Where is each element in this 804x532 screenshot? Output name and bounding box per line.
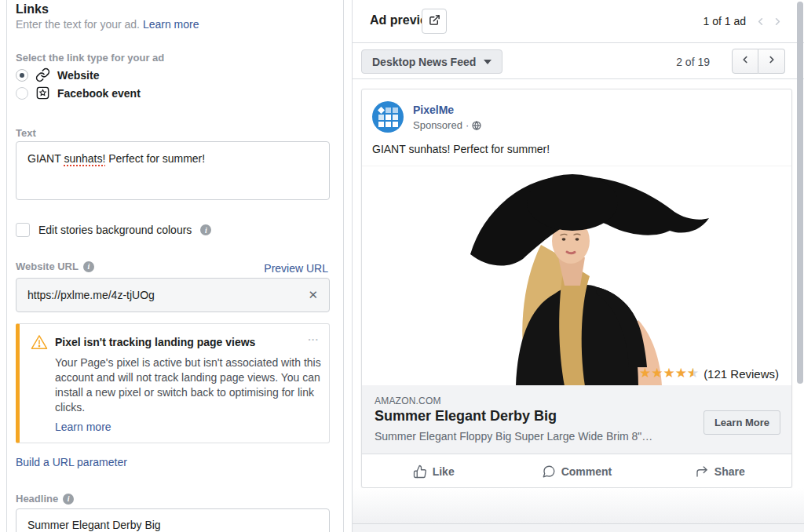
- preview-url-link[interactable]: Preview URL: [264, 262, 328, 275]
- scrollbar[interactable]: [797, 2, 803, 384]
- next-section-edge: [353, 523, 804, 532]
- warning-body: Your Page's pixel is active but isn't as…: [55, 355, 325, 415]
- learn-more-link[interactable]: Learn more: [143, 18, 199, 31]
- ad-preview-panel: Ad preview 1 of 1 ad Desktop News Feed 2…: [352, 0, 804, 532]
- comment-icon: [542, 465, 556, 479]
- page-avatar[interactable]: [372, 101, 404, 133]
- link-icon: [35, 67, 50, 82]
- placement-page-count: 2 of 19: [676, 56, 710, 68]
- page-name-link[interactable]: PixelMe: [413, 104, 454, 116]
- headline-label: Headline: [16, 493, 58, 505]
- chevron-down-icon: [484, 60, 492, 64]
- placement-dropdown[interactable]: Desktop News Feed: [361, 49, 502, 74]
- ad-count: 1 of 1 ad: [704, 15, 747, 27]
- product-photo-illustration: [362, 166, 791, 386]
- info-icon[interactable]: i: [63, 494, 74, 505]
- star-icon: ★: [639, 366, 651, 380]
- ad-text-input[interactable]: GIANT sunhats! Perfect for summer!: [16, 141, 330, 200]
- pixelme-logo-icon: [378, 107, 398, 127]
- stories-colours-row: Edit stories background colours i: [16, 223, 211, 237]
- option-label: Website: [57, 69, 99, 82]
- sponsored-row: Sponsored ·: [413, 119, 481, 131]
- overflow-menu-icon[interactable]: ...: [308, 331, 319, 343]
- links-editor-panel: Links Enter the text for your ad. Learn …: [6, 0, 344, 532]
- placement-nav: [732, 49, 785, 74]
- link-type-option-facebook-event[interactable]: Facebook event: [16, 86, 141, 100]
- globe-icon: [472, 121, 481, 130]
- warning-learn-more-link[interactable]: Learn more: [55, 421, 111, 433]
- link-preview-card[interactable]: AMAZON.COM Summer Elegant Derby Big Summ…: [362, 385, 791, 454]
- text-field-label: Text: [16, 127, 36, 139]
- star-icon: ★★: [687, 366, 699, 380]
- headline-label-row: Headline i: [16, 493, 74, 505]
- facebook-ad-card: PixelMe Sponsored · GIANT sunhats! Perfe…: [361, 89, 792, 488]
- misspelled-word: sunhats!: [64, 152, 105, 165]
- website-url-label: Website URL: [16, 261, 79, 272]
- headline-value: Summer Elegant Derby Big: [27, 519, 161, 531]
- chevron-left-icon[interactable]: [755, 16, 766, 27]
- headline-input[interactable]: Summer Elegant Derby Big: [16, 508, 330, 532]
- share-button[interactable]: Share: [649, 454, 791, 488]
- website-url-label-row: Website URL i: [16, 261, 94, 272]
- link-type-option-website[interactable]: Website: [16, 67, 99, 82]
- like-button[interactable]: Like: [362, 454, 505, 488]
- external-link-icon: [429, 14, 440, 29]
- link-description: Summer Elegant Floppy Big Super Large Wi…: [375, 430, 652, 443]
- next-placement-button[interactable]: [758, 49, 785, 74]
- star-icon: ★: [651, 366, 663, 380]
- radio-unselected[interactable]: [16, 87, 28, 100]
- review-count: (121 Reviews): [704, 367, 779, 381]
- event-star-icon: [35, 86, 50, 100]
- checkbox-label: Edit stories background colours: [38, 224, 192, 236]
- star-icon: ★: [663, 366, 674, 380]
- thumbs-up-icon: [413, 465, 427, 479]
- stories-colours-checkbox[interactable]: [16, 223, 30, 237]
- preview-toolbar: Desktop News Feed 2 of 19: [353, 43, 804, 79]
- ad-primary-text: GIANT sunhats! Perfect for summer!: [372, 143, 550, 155]
- link-headline: Summer Elegant Derby Big: [375, 408, 557, 425]
- website-url-input[interactable]: https://pxlme.me/4z-tjUOg ✕: [16, 278, 330, 312]
- chevron-right-icon[interactable]: [772, 16, 784, 27]
- ad-image[interactable]: ★★★★★★ (121 Reviews): [362, 166, 791, 385]
- open-preview-button[interactable]: [422, 9, 447, 34]
- ad-action-bar: Like Comment Share: [362, 454, 791, 488]
- build-url-parameter-link[interactable]: Build a URL parameter: [16, 456, 127, 468]
- prev-placement-button[interactable]: [732, 49, 758, 74]
- chevron-right-icon: [766, 54, 777, 68]
- preview-header: Ad preview 1 of 1 ad: [353, 0, 804, 43]
- product-rating: ★★★★★★ (121 Reviews): [639, 366, 779, 381]
- link-domain: AMAZON.COM: [375, 395, 441, 406]
- warning-icon: [31, 334, 48, 353]
- ads-manager-window: Links Enter the text for your ad. Learn …: [0, 0, 804, 532]
- panel-subtitle: Enter the text for your ad. Learn more: [16, 18, 199, 31]
- radio-selected[interactable]: [16, 69, 28, 82]
- preview-fade: [353, 488, 804, 523]
- warning-title: Pixel isn't tracking landing page views: [55, 336, 255, 348]
- link-type-label: Select the link type for your ad: [16, 52, 164, 64]
- option-label: Facebook event: [57, 87, 141, 100]
- star-rating: ★★★★★★: [639, 366, 699, 381]
- comment-button[interactable]: Comment: [505, 454, 648, 488]
- page-title: Links: [16, 2, 49, 16]
- learn-more-button[interactable]: Learn More: [704, 410, 780, 435]
- share-icon: [695, 465, 709, 479]
- pixel-warning-card: Pixel isn't tracking landing page views …: [16, 323, 330, 443]
- info-icon[interactable]: i: [83, 261, 94, 272]
- preview-canvas: PixelMe Sponsored · GIANT sunhats! Perfe…: [353, 79, 804, 532]
- clear-icon[interactable]: ✕: [308, 288, 318, 302]
- info-icon[interactable]: i: [200, 224, 211, 235]
- url-value: https://pxlme.me/4z-tjUOg: [27, 289, 155, 301]
- star-icon: ★: [675, 366, 687, 380]
- chevron-left-icon: [740, 54, 751, 68]
